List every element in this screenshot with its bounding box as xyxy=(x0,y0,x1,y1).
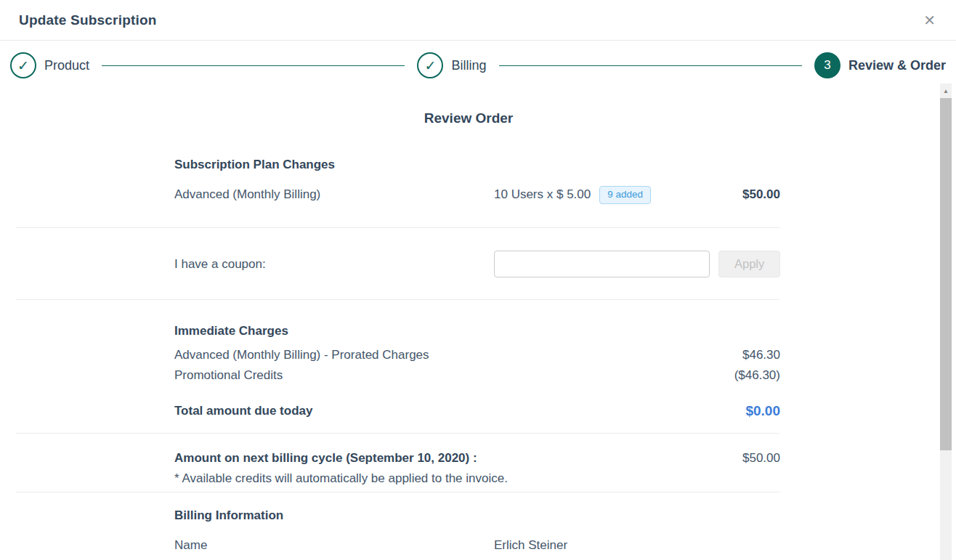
charge-row: Promotional Credits ($46.30) xyxy=(174,365,780,386)
charge-label: Advanced (Monthly Billing) - Prorated Ch… xyxy=(174,345,429,365)
scroll-up-icon: ▲ xyxy=(943,88,949,94)
step-label: Product xyxy=(44,58,89,73)
billing-info-row: Name Erlich Steiner xyxy=(174,535,780,556)
total-due-amount: $0.00 xyxy=(745,401,780,421)
step-review-order[interactable]: 3 Review & Order xyxy=(814,52,946,78)
review-sections: Subscription Plan Changes Advanced (Mont… xyxy=(16,126,780,560)
stepper: ✓ Product ✓ Billing 3 Review & Order xyxy=(0,41,956,90)
next-billing-row: Amount on next billing cycle (September … xyxy=(174,448,780,468)
apply-coupon-button[interactable]: Apply xyxy=(718,251,780,277)
check-icon: ✓ xyxy=(417,52,443,78)
scrollbar[interactable]: ▲ xyxy=(940,84,952,560)
credits-note: * Available credits will automatically b… xyxy=(174,468,780,489)
modal-body: Review Order Subscription Plan Changes A… xyxy=(0,110,956,560)
next-billing-label: Amount on next billing cycle (September … xyxy=(174,448,477,468)
plan-amount: $50.00 xyxy=(742,184,780,205)
immediate-charges-heading: Immediate Charges xyxy=(174,324,780,338)
step-connector xyxy=(102,65,405,66)
coupon-row: I have a coupon: Apply xyxy=(174,251,780,277)
scroll-up-button[interactable]: ▲ xyxy=(940,84,952,98)
next-billing-amount: $50.00 xyxy=(742,448,780,468)
billing-info-label: Company xyxy=(174,556,494,560)
coupon-input[interactable] xyxy=(494,251,710,277)
total-due-row: Total amount due today $0.00 xyxy=(174,401,780,421)
plan-changes-section: Subscription Plan Changes Advanced (Mont… xyxy=(16,126,780,228)
step-number-badge: 3 xyxy=(814,52,840,78)
plan-name: Advanced (Monthly Billing) xyxy=(174,184,494,205)
billing-info-value: Greco Hospital System xyxy=(494,556,620,560)
step-billing[interactable]: ✓ Billing xyxy=(417,52,486,78)
billing-info-section: Billing Information Name Erlich Steiner … xyxy=(16,492,780,560)
scrollbar-thumb[interactable] xyxy=(940,98,952,450)
billing-info-row: Company Greco Hospital System xyxy=(174,556,780,560)
billing-info-heading: Billing Information xyxy=(174,508,780,523)
plan-changes-heading: Subscription Plan Changes xyxy=(174,158,780,172)
charge-amount: $46.30 xyxy=(742,345,780,365)
step-label: Review & Order xyxy=(848,58,946,73)
step-label: Billing xyxy=(451,58,486,73)
modal-header: Update Subscription ✕ xyxy=(0,0,956,41)
step-connector xyxy=(499,65,802,66)
step-product[interactable]: ✓ Product xyxy=(10,52,89,78)
billing-info-value: Erlich Steiner xyxy=(494,535,567,556)
total-due-label: Total amount due today xyxy=(174,401,312,421)
page-title: Review Order xyxy=(0,110,937,126)
update-subscription-modal: Update Subscription ✕ ✓ Product ✓ Billin… xyxy=(0,0,956,560)
coupon-section: I have a coupon: Apply xyxy=(16,228,780,300)
plan-row: Advanced (Monthly Billing) 10 Users x $ … xyxy=(174,184,780,205)
billing-info-label: Name xyxy=(174,535,494,556)
next-billing-section: Amount on next billing cycle (September … xyxy=(16,434,780,492)
close-icon[interactable]: ✕ xyxy=(922,12,937,29)
modal-title: Update Subscription xyxy=(19,12,157,28)
charge-label: Promotional Credits xyxy=(174,365,283,386)
charge-amount: ($46.30) xyxy=(734,365,780,386)
plan-quantity: 10 Users x $ 5.00 xyxy=(494,184,591,205)
charge-row: Advanced (Monthly Billing) - Prorated Ch… xyxy=(174,345,780,365)
coupon-label: I have a coupon: xyxy=(174,254,494,275)
check-icon: ✓ xyxy=(10,52,36,78)
users-added-badge: 9 added xyxy=(599,186,651,204)
immediate-charges-section: Immediate Charges Advanced (Monthly Bill… xyxy=(16,300,780,434)
